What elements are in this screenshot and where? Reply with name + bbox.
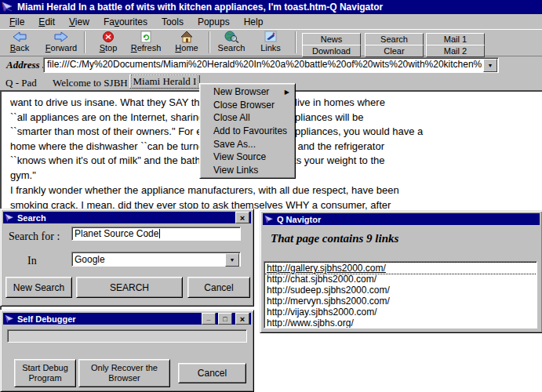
menu-item-save-as[interactable]: Save As... xyxy=(202,137,293,151)
news-button[interactable]: News xyxy=(302,33,361,45)
search-input[interactable]: Planet Source Code xyxy=(71,227,241,241)
app-paper-plane-icon xyxy=(2,2,14,13)
engine-dropdown-button[interactable]: ▼ xyxy=(225,253,239,267)
mail2-button[interactable]: Mail 2 xyxy=(426,45,485,57)
recover-browser-button[interactable]: Only Recover the Browser xyxy=(78,359,170,387)
dropdown-arrow-icon: ▼ xyxy=(230,257,235,263)
back-arrow-icon xyxy=(11,31,28,43)
address-combo[interactable]: file:///C:/My%20Documents/Miami%20Herald… xyxy=(43,57,499,73)
links-button[interactable]: Links xyxy=(253,31,289,55)
links-dialog-titlebar[interactable]: Q Navigtor xyxy=(263,213,540,225)
browser-chrome: Miami Herald In a battle of wits with ki… xyxy=(0,0,542,90)
address-label: Address : xyxy=(6,59,45,71)
clear-button[interactable]: Clear xyxy=(365,45,424,57)
menu-item-view-source[interactable]: View Source xyxy=(202,151,293,164)
link-item[interactable]: http://vijay.sjbhs2000.com/ xyxy=(264,307,537,318)
menu-item-add-to-favourites[interactable]: Add to Favourites xyxy=(202,125,293,138)
maximize-button[interactable]: □ xyxy=(218,313,232,325)
menu-favourites[interactable]: Favourites xyxy=(99,15,152,29)
minimize-icon: _ xyxy=(206,314,210,321)
address-input[interactable]: file:///C:/My%20Documents/Miami%20Herald… xyxy=(45,59,482,71)
back-button[interactable]: Back xyxy=(2,31,38,55)
maximize-icon: □ xyxy=(223,315,227,323)
toolbar-separator xyxy=(84,31,85,53)
home-icon xyxy=(180,31,194,43)
search-dialog: Search × Search for : Planet Source Code… xyxy=(0,209,254,307)
toolbar-separator xyxy=(295,31,296,53)
links-dialog: Q Navigtor That page contains 9 links ht… xyxy=(260,210,542,333)
app-paper-plane-icon xyxy=(5,314,15,324)
dialog-title: Self Debugger xyxy=(17,314,199,324)
close-icon: × xyxy=(240,314,245,324)
refresh-icon xyxy=(139,31,153,43)
link-item[interactable]: http://gallery.sjbhs2000.com/ xyxy=(264,263,537,274)
stop-button[interactable]: Stop xyxy=(90,31,126,55)
q-navigator-screen: Miami Herald In a battle of wits with ki… xyxy=(0,0,542,392)
menu-item-view-links[interactable]: View Links xyxy=(202,163,293,176)
browser-context-menu: New Browser ▶ Close Browser Close All Ad… xyxy=(199,83,296,179)
debug-cancel-button[interactable]: Cancel xyxy=(178,363,246,383)
mail1-button[interactable]: Mail 1 xyxy=(426,33,485,45)
app-paper-plane-icon xyxy=(264,215,275,224)
menu-tools[interactable]: Tools xyxy=(157,15,188,29)
close-icon: × xyxy=(240,213,245,223)
link-item[interactable]: http://mervyn.sjbhs2000.com/ xyxy=(264,296,537,307)
address-dropdown-button[interactable]: ▼ xyxy=(483,59,497,72)
menu-item-close-all[interactable]: Close All xyxy=(202,111,293,125)
search-globe-icon xyxy=(224,31,239,43)
toolbar-separator xyxy=(209,31,210,53)
refresh-button[interactable]: Refresh xyxy=(128,31,164,55)
main-titlebar[interactable]: Miami Herald In a battle of wits with ki… xyxy=(0,0,542,14)
links-count-message: That page contains 9 links xyxy=(271,232,398,245)
dropdown-arrow-icon: ▼ xyxy=(488,63,493,68)
search-submit-button[interactable]: SEARCH xyxy=(76,277,183,298)
home-button[interactable]: Home xyxy=(169,31,205,55)
debug-status-field xyxy=(7,329,247,343)
new-search-button[interactable]: New Search xyxy=(5,277,72,298)
text-caret xyxy=(159,229,160,238)
link-item[interactable]: http://chat.sjbhs2000.com/ xyxy=(264,274,537,285)
tab-welcome-sjbh[interactable]: Welcome to SJBH xyxy=(53,77,128,89)
menu-file[interactable]: File xyxy=(5,15,29,29)
download-button[interactable]: Download xyxy=(302,45,361,57)
search-dialog-titlebar[interactable]: Search × xyxy=(3,212,251,223)
toolbar: Back Forward Stop xyxy=(0,29,542,56)
debugger-titlebar[interactable]: Self Debugger _ □ × xyxy=(3,313,251,325)
engine-select[interactable]: Google ▼ xyxy=(71,252,241,267)
search-for-label: Search for : xyxy=(9,230,60,243)
menu-edit[interactable]: Edit xyxy=(34,15,60,29)
minimize-button[interactable]: _ xyxy=(202,313,216,325)
menu-item-close-browser[interactable]: Close Browser xyxy=(202,99,293,112)
app-paper-plane-icon xyxy=(5,213,15,223)
close-button[interactable]: × xyxy=(235,313,249,325)
dialog-title: Search xyxy=(17,213,233,223)
menu-view[interactable]: View xyxy=(64,15,94,29)
tab-miami-herald[interactable]: Miami Herald I xyxy=(129,74,200,89)
submenu-arrow-icon: ▶ xyxy=(285,89,289,96)
links-icon xyxy=(264,31,278,43)
close-button[interactable]: × xyxy=(235,212,249,223)
cancel-button[interactable]: Cancel xyxy=(187,277,250,298)
menu-item-new-browser[interactable]: New Browser ▶ xyxy=(202,85,293,99)
menu-popups[interactable]: Popups xyxy=(193,15,235,29)
link-item[interactable]: http://sudeep.sjbhs2000.com/ xyxy=(264,285,537,296)
address-bar: Address : file:///C:/My%20Documents/Miam… xyxy=(0,56,542,74)
search-button[interactable]: Search xyxy=(213,31,249,55)
start-debug-button[interactable]: Start Debug Program xyxy=(14,359,76,387)
dialog-title: Q Navigtor xyxy=(277,215,321,224)
in-label: In xyxy=(27,255,37,267)
forward-arrow-icon xyxy=(53,31,70,43)
link-item[interactable]: http://www.sjbhs.org/ xyxy=(264,318,537,328)
quick-search-button[interactable]: Search xyxy=(365,33,424,45)
menu-help[interactable]: Help xyxy=(239,15,268,29)
stop-icon xyxy=(101,31,115,43)
menu-bar: File Edit View Favourites Tools Popups H… xyxy=(0,14,542,29)
window-title: Miami Herald In a battle of wits with ki… xyxy=(17,2,383,13)
forward-button[interactable]: Forward xyxy=(43,31,79,55)
links-listbox[interactable]: http://gallery.sjbhs2000.com/ http://cha… xyxy=(264,261,537,328)
self-debugger-dialog: Self Debugger _ □ × Start Debug Program … xyxy=(0,310,254,392)
tab-qpad[interactable]: Q - Pad xyxy=(5,77,37,89)
